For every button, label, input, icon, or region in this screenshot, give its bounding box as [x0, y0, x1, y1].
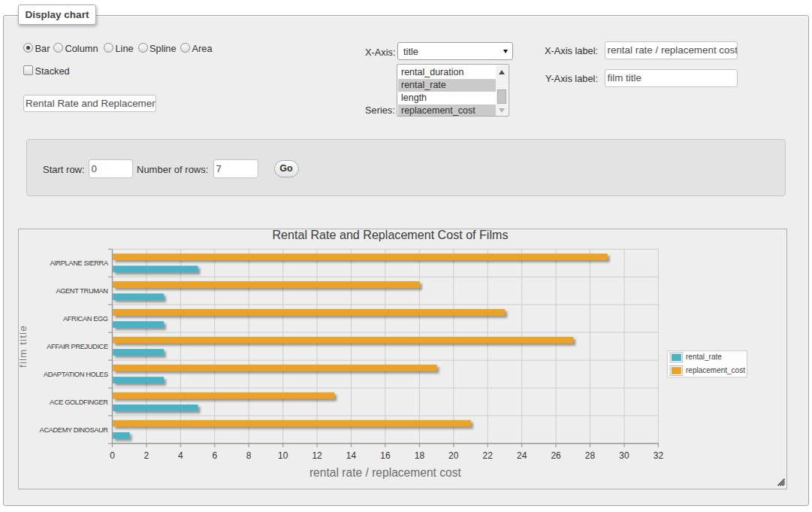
svg-text:film title: film title — [19, 325, 29, 368]
svg-text:2: 2 — [144, 450, 149, 461]
svg-text:24: 24 — [517, 450, 527, 461]
svg-text:32: 32 — [654, 450, 664, 461]
svg-text:20: 20 — [448, 450, 459, 461]
svg-text:rental rate / replacement cost: rental rate / replacement cost — [309, 466, 462, 479]
svg-text:rental_rate: rental_rate — [686, 353, 722, 361]
svg-text:Rental Rate and Replacement Co: Rental Rate and Replacement Cost of Film… — [273, 229, 509, 241]
svg-text:30: 30 — [619, 450, 629, 461]
svg-text:AFFAIR PREJUDICE: AFFAIR PREJUDICE — [47, 343, 108, 350]
svg-text:12: 12 — [312, 450, 322, 461]
svg-text:AFRICAN EGG: AFRICAN EGG — [63, 315, 108, 323]
svg-text:AGENT TRUMAN: AGENT TRUMAN — [56, 287, 107, 295]
svg-text:22: 22 — [483, 450, 494, 461]
svg-text:26: 26 — [551, 450, 561, 461]
svg-text:16: 16 — [380, 450, 391, 461]
svg-text:0: 0 — [110, 450, 115, 461]
svg-text:ACE GOLDFINGER: ACE GOLDFINGER — [50, 398, 108, 406]
svg-text:28: 28 — [585, 450, 596, 461]
svg-text:replacement_cost: replacement_cost — [686, 366, 745, 374]
svg-text:6: 6 — [212, 450, 217, 461]
svg-text:ADAPTATION HOLES: ADAPTATION HOLES — [44, 371, 108, 378]
svg-text:ACADEMY DINOSAUR: ACADEMY DINOSAUR — [40, 426, 109, 434]
svg-text:18: 18 — [415, 450, 425, 461]
svg-text:10: 10 — [278, 450, 288, 461]
svg-text:4: 4 — [178, 450, 183, 461]
svg-text:14: 14 — [346, 450, 357, 461]
svg-text:AIRPLANE SIERRA: AIRPLANE SIERRA — [50, 259, 109, 267]
svg-text:8: 8 — [246, 450, 252, 461]
